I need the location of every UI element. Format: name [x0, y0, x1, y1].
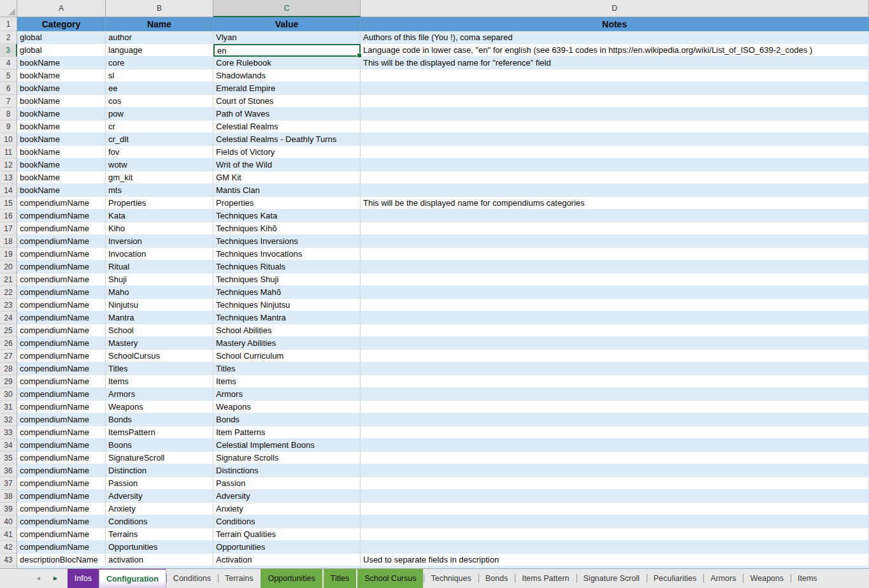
sheet-tab-school-cursus[interactable]: School Cursus — [357, 569, 423, 588]
cell-D11[interactable] — [361, 146, 869, 159]
cell-D27[interactable] — [361, 350, 869, 362]
cell-A34[interactable]: compendiumName — [17, 439, 106, 452]
cell-A11[interactable]: bookName — [17, 146, 106, 159]
sheet-tab-items-pattern[interactable]: Items Pattern — [515, 569, 576, 588]
cell-D33[interactable] — [361, 426, 869, 439]
cell-B20[interactable]: Ritual — [106, 261, 213, 273]
cell-C9[interactable]: Celestial Realms — [213, 120, 361, 133]
cell-B31[interactable]: Weapons — [106, 401, 213, 413]
cell-A8[interactable]: bookName — [17, 108, 106, 120]
row-header-36[interactable]: 36 — [0, 464, 17, 477]
cell-A15[interactable]: compendiumName — [17, 197, 106, 210]
cell-C3[interactable]: en — [213, 44, 361, 57]
cell-C36[interactable]: Distinctions — [213, 464, 361, 477]
cell-D2[interactable]: Authors of this file (You !), coma separ… — [361, 31, 869, 44]
cell-D41[interactable] — [361, 528, 869, 541]
cell-A30[interactable]: compendiumName — [17, 388, 106, 401]
row-header-28[interactable]: 28 — [0, 362, 17, 375]
cell-D12[interactable] — [361, 159, 869, 171]
row-header-23[interactable]: 23 — [0, 299, 17, 312]
cell-A4[interactable]: bookName — [17, 57, 106, 69]
cell-C29[interactable]: Items — [213, 375, 361, 388]
cell-B40[interactable]: Conditions — [106, 515, 213, 528]
cell-B26[interactable]: Mastery — [106, 337, 213, 350]
row-header-32[interactable]: 32 — [0, 413, 17, 426]
cell-B39[interactable]: Anxiety — [106, 503, 213, 515]
cell-D29[interactable] — [361, 375, 869, 388]
cell-B27[interactable]: SchoolCursus — [106, 350, 213, 362]
cell-B13[interactable]: gm_kit — [106, 171, 213, 184]
cell-D20[interactable] — [361, 261, 869, 273]
row-header-40[interactable]: 40 — [0, 515, 17, 528]
cell-C25[interactable]: School Abilities — [213, 324, 361, 337]
cell-B12[interactable]: wotw — [106, 159, 213, 171]
sheet-tab-opportunities[interactable]: Opportunities — [261, 569, 322, 588]
cell-A27[interactable]: compendiumName — [17, 350, 106, 362]
row-header-13[interactable]: 13 — [0, 171, 17, 184]
cell-D39[interactable] — [361, 503, 869, 515]
cell-D30[interactable] — [361, 388, 869, 401]
row-header-30[interactable]: 30 — [0, 388, 17, 401]
cell-D14[interactable] — [361, 184, 869, 197]
cell-C6[interactable]: Emerald Empire — [213, 82, 361, 95]
cell-A42[interactable]: compendiumName — [17, 541, 106, 554]
cell-D25[interactable] — [361, 324, 869, 337]
column-header-C[interactable]: C — [213, 0, 361, 17]
cell-D34[interactable] — [361, 439, 869, 452]
cell-C43[interactable]: Activation — [213, 554, 361, 566]
row-header-25[interactable]: 25 — [0, 324, 17, 337]
row-header-18[interactable]: 18 — [0, 235, 17, 248]
cell-A36[interactable]: compendiumName — [17, 464, 106, 477]
cell-A22[interactable]: compendiumName — [17, 286, 106, 299]
cell-D13[interactable] — [361, 171, 869, 184]
select-all-corner[interactable] — [0, 0, 17, 17]
cell-C37[interactable]: Passion — [213, 477, 361, 490]
cell-A31[interactable]: compendiumName — [17, 401, 106, 413]
cell-A2[interactable]: global — [17, 31, 106, 44]
cell-D43[interactable]: Used to separate fields in description — [361, 554, 869, 566]
row-header-27[interactable]: 27 — [0, 350, 17, 362]
cell-D10[interactable] — [361, 133, 869, 146]
cell-B16[interactable]: Kata — [106, 210, 213, 222]
cell-D23[interactable] — [361, 299, 869, 312]
row-header-31[interactable]: 31 — [0, 401, 17, 413]
row-header-8[interactable]: 8 — [0, 108, 17, 120]
sheet-tab-configuration[interactable]: Configuration — [99, 569, 166, 588]
row-header-26[interactable]: 26 — [0, 337, 17, 350]
cell-B21[interactable]: Shuji — [106, 273, 213, 286]
row-header-9[interactable]: 9 — [0, 120, 17, 133]
cell-C33[interactable]: Item Patterns — [213, 426, 361, 439]
cell-A18[interactable]: compendiumName — [17, 235, 106, 248]
cell-D7[interactable] — [361, 95, 869, 108]
cell-A9[interactable]: bookName — [17, 120, 106, 133]
cell-C8[interactable]: Path of Waves — [213, 108, 361, 120]
row-header-37[interactable]: 37 — [0, 477, 17, 490]
cell-B38[interactable]: Adversity — [106, 490, 213, 503]
cell-A14[interactable]: bookName — [17, 184, 106, 197]
cell-A16[interactable]: compendiumName — [17, 210, 106, 222]
cell-A23[interactable]: compendiumName — [17, 299, 106, 312]
row-header-6[interactable]: 6 — [0, 82, 17, 95]
cell-D3[interactable]: Language code in lower case, "en" for en… — [361, 44, 869, 57]
cell-D36[interactable] — [361, 464, 869, 477]
sheet-tab-infos[interactable]: Infos — [68, 569, 99, 588]
cell-B41[interactable]: Terrains — [106, 528, 213, 541]
cell-D22[interactable] — [361, 286, 869, 299]
cell-C28[interactable]: Titles — [213, 362, 361, 375]
cell-A3[interactable]: global — [17, 44, 106, 57]
cell-B25[interactable]: School — [106, 324, 213, 337]
cell-D17[interactable] — [361, 222, 869, 235]
cell-C38[interactable]: Adversity — [213, 490, 361, 503]
cell-B42[interactable]: Opportunities — [106, 541, 213, 554]
header-cell-D1[interactable]: Notes — [361, 17, 869, 31]
cell-A39[interactable]: compendiumName — [17, 503, 106, 515]
cell-B19[interactable]: Invocation — [106, 248, 213, 261]
row-header-3[interactable]: 3 — [0, 44, 17, 57]
cell-A19[interactable]: compendiumName — [17, 248, 106, 261]
sheet-tab-conditions[interactable]: Conditions — [166, 569, 218, 588]
cell-C2[interactable]: Vlyan — [213, 31, 361, 44]
row-header-14[interactable]: 14 — [0, 184, 17, 197]
cell-A13[interactable]: bookName — [17, 171, 106, 184]
cell-A25[interactable]: compendiumName — [17, 324, 106, 337]
row-header-22[interactable]: 22 — [0, 286, 17, 299]
